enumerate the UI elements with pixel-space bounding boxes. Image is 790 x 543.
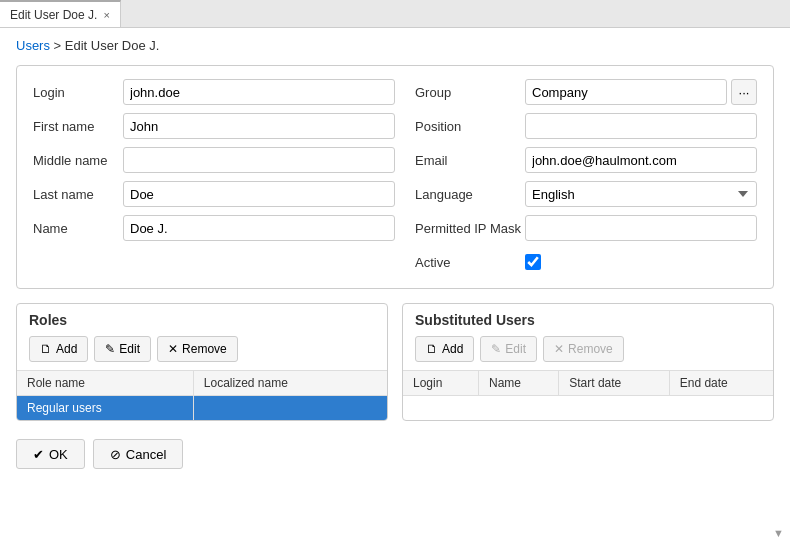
form-grid: Login First name Middle name Last name N	[33, 78, 757, 276]
ip-mask-label: Permitted IP Mask	[415, 221, 525, 236]
active-label: Active	[415, 255, 525, 270]
localized-name-cell	[193, 396, 387, 421]
language-select[interactable]: English	[525, 181, 757, 207]
breadcrumb-current: Edit User Doe J.	[65, 38, 160, 53]
tab-label: Edit User Doe J.	[10, 8, 97, 22]
roles-panel: Roles 🗋 Add ✎ Edit ✕ Remove Role	[16, 303, 388, 421]
footer-buttons: ✔ OK ⊘ Cancel	[16, 435, 774, 473]
substituted-panel-title: Substituted Users	[403, 304, 773, 332]
roles-table: Role name Localized name Regular users	[17, 370, 387, 420]
first-name-label: First name	[33, 119, 123, 134]
roles-edit-label: Edit	[119, 342, 140, 356]
ok-button[interactable]: ✔ OK	[16, 439, 85, 469]
name-input[interactable]	[123, 215, 395, 241]
substituted-remove-label: Remove	[568, 342, 613, 356]
sub-col-start-date: Start date	[559, 371, 670, 396]
group-label: Group	[415, 85, 525, 100]
email-label: Email	[415, 153, 525, 168]
user-form-section: Login First name Middle name Last name N	[16, 65, 774, 289]
login-label: Login	[33, 85, 123, 100]
roles-panel-title: Roles	[17, 304, 387, 332]
middle-name-input[interactable]	[123, 147, 395, 173]
bottom-panels: Roles 🗋 Add ✎ Edit ✕ Remove Role	[16, 303, 774, 421]
ip-mask-input[interactable]	[525, 215, 757, 241]
ok-label: OK	[49, 447, 68, 462]
last-name-input[interactable]	[123, 181, 395, 207]
position-row: Position	[415, 112, 757, 140]
middle-name-label: Middle name	[33, 153, 123, 168]
tab-bar: Edit User Doe J. ×	[0, 0, 790, 28]
roles-toolbar: 🗋 Add ✎ Edit ✕ Remove	[17, 332, 387, 370]
name-label: Name	[33, 221, 123, 236]
email-input[interactable]	[525, 147, 757, 173]
substituted-edit-label: Edit	[505, 342, 526, 356]
substituted-add-label: Add	[442, 342, 463, 356]
first-name-row: First name	[33, 112, 395, 140]
roles-add-label: Add	[56, 342, 77, 356]
table-row[interactable]: Regular users	[17, 396, 387, 421]
form-left-column: Login First name Middle name Last name N	[33, 78, 395, 276]
middle-name-row: Middle name	[33, 146, 395, 174]
substituted-table: Login Name Start date End date	[403, 370, 773, 396]
remove-icon: ✕	[168, 342, 178, 356]
tab-close-button[interactable]: ×	[103, 9, 109, 21]
group-picker-button[interactable]: ···	[731, 79, 757, 105]
edit-user-tab[interactable]: Edit User Doe J. ×	[0, 0, 121, 27]
role-name-cell: Regular users	[17, 396, 193, 421]
sub-col-login: Login	[403, 371, 478, 396]
active-row: Active	[415, 248, 757, 276]
substituted-users-panel: Substituted Users 🗋 Add ✎ Edit ✕ Remove	[402, 303, 774, 421]
sub-col-name: Name	[478, 371, 558, 396]
form-right-column: Group ··· Position Email Language	[395, 78, 757, 276]
login-row: Login	[33, 78, 395, 106]
name-row: Name	[33, 214, 395, 242]
ban-icon: ⊘	[110, 447, 121, 462]
sub-pencil-icon: ✎	[491, 342, 501, 356]
position-input[interactable]	[525, 113, 757, 139]
active-checkbox[interactable]	[525, 254, 541, 270]
breadcrumb: Users > Edit User Doe J.	[16, 38, 774, 53]
last-name-label: Last name	[33, 187, 123, 202]
pencil-icon: ✎	[105, 342, 115, 356]
sub-col-end-date: End date	[669, 371, 773, 396]
roles-remove-button[interactable]: ✕ Remove	[157, 336, 238, 362]
email-row: Email	[415, 146, 757, 174]
position-label: Position	[415, 119, 525, 134]
roles-edit-button[interactable]: ✎ Edit	[94, 336, 151, 362]
group-input-wrapper: ···	[525, 79, 757, 105]
group-input[interactable]	[525, 79, 727, 105]
first-name-input[interactable]	[123, 113, 395, 139]
group-row: Group ···	[415, 78, 757, 106]
login-input[interactable]	[123, 79, 395, 105]
substituted-edit-button[interactable]: ✎ Edit	[480, 336, 537, 362]
language-row: Language English	[415, 180, 757, 208]
roles-col-localized-name: Localized name	[193, 371, 387, 396]
add-icon: 🗋	[40, 342, 52, 356]
content-area: Users > Edit User Doe J. Login First nam…	[0, 28, 790, 543]
cancel-button[interactable]: ⊘ Cancel	[93, 439, 183, 469]
sub-add-icon: 🗋	[426, 342, 438, 356]
substituted-toolbar: 🗋 Add ✎ Edit ✕ Remove	[403, 332, 773, 370]
substituted-remove-button[interactable]: ✕ Remove	[543, 336, 624, 362]
check-icon: ✔	[33, 447, 44, 462]
scroll-arrow: ▼	[773, 527, 784, 539]
language-label: Language	[415, 187, 525, 202]
ip-mask-row: Permitted IP Mask	[415, 214, 757, 242]
breadcrumb-separator: >	[54, 38, 62, 53]
roles-remove-label: Remove	[182, 342, 227, 356]
breadcrumb-users-link[interactable]: Users	[16, 38, 50, 53]
substituted-add-button[interactable]: 🗋 Add	[415, 336, 474, 362]
sub-remove-icon: ✕	[554, 342, 564, 356]
last-name-row: Last name	[33, 180, 395, 208]
roles-col-role-name: Role name	[17, 371, 193, 396]
cancel-label: Cancel	[126, 447, 166, 462]
roles-add-button[interactable]: 🗋 Add	[29, 336, 88, 362]
